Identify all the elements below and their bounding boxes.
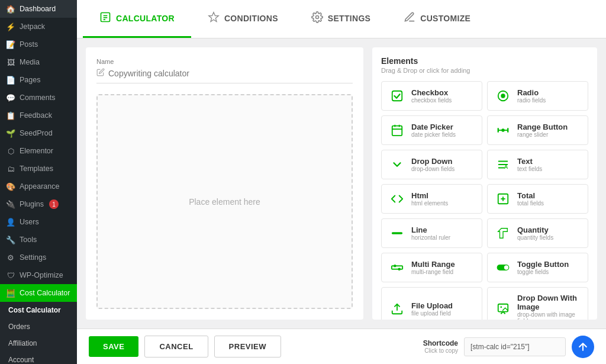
total-icon — [495, 191, 511, 207]
tab-calculator[interactable]: CALCULATOR — [83, 0, 191, 38]
elements-subtitle: Drag & Drop or click for adding — [381, 67, 588, 74]
sidebar-item-label: Pages — [20, 76, 40, 84]
dropdown-icon — [389, 156, 405, 173]
sidebar-item-label: Appearance — [20, 182, 59, 191]
account-label: Account — [8, 356, 34, 364]
element-card-multirange[interactable]: Multi Range multi-range field — [381, 253, 482, 282]
element-card-fileupload[interactable]: File Upload file upload field — [381, 287, 482, 320]
svg-text:A: A — [504, 164, 508, 170]
tab-conditions[interactable]: CONDITIONS — [191, 0, 295, 38]
tab-customize[interactable]: CUSTOMIZE — [387, 0, 487, 38]
elementor-icon: ⬡ — [6, 146, 15, 156]
svg-point-27 — [398, 268, 401, 270]
shortcode-copy-button[interactable] — [572, 336, 594, 358]
sidebar-item-label: Plugins — [20, 200, 44, 208]
element-card-line[interactable]: Line horizontal ruler — [381, 218, 482, 248]
drop-zone-text: Place element here — [189, 197, 260, 207]
customize-tab-label: CUSTOMIZE — [420, 14, 470, 23]
jetpack-icon: ⚡ — [6, 22, 15, 31]
submenu-item-cost-calculator[interactable]: Cost Calculator — [0, 302, 77, 318]
sidebar-item-posts[interactable]: 📝 Posts — [0, 36, 77, 53]
shortcode-input[interactable] — [464, 337, 566, 356]
svg-point-32 — [500, 306, 502, 308]
element-card-radio[interactable]: Radio radio fields — [487, 81, 588, 111]
sidebar-item-comments[interactable]: 💬 Comments — [0, 89, 77, 107]
element-card-range-button[interactable]: Range Button range slider — [487, 115, 588, 145]
element-card-dropdown[interactable]: Drop Down drop-down fields — [381, 150, 482, 179]
calculator-name-input[interactable] — [108, 69, 353, 78]
submenu-item-account[interactable]: Account — [0, 352, 77, 364]
sidebar-item-media[interactable]: 🖼 Media — [0, 53, 77, 71]
right-panel: Elements Drag & Drop or click for adding… — [372, 47, 597, 320]
footer-bar: SAVE CANCEL PREVIEW Shortcode Click to c… — [77, 328, 606, 364]
sidebar-item-jetpack[interactable]: ⚡ Jetpack — [0, 18, 77, 36]
sidebar-item-users[interactable]: 👤 Users — [0, 213, 77, 231]
sidebar-item-templates[interactable]: 🗂 Templates — [0, 160, 77, 178]
feedback-icon: 📋 — [6, 111, 15, 120]
sidebar-item-cost-calculator[interactable]: 🧮 Cost Calculator — [0, 284, 77, 302]
svg-point-29 — [504, 265, 508, 269]
comments-icon: 💬 — [6, 93, 15, 102]
shortcode-label: Shortcode — [423, 339, 458, 347]
pages-icon: 📄 — [6, 75, 15, 85]
tab-settings[interactable]: SETTINGS — [295, 0, 387, 38]
sidebar-item-elementor[interactable]: ⬡ Elementor — [0, 142, 77, 160]
sidebar-item-wpoptimize[interactable]: 🛡 WP-Optimize — [0, 266, 77, 284]
plugins-icon: 🔌 — [6, 199, 15, 209]
sidebar-item-label: Elementor — [20, 147, 53, 155]
sidebar-item-label: Feedback — [20, 111, 52, 120]
line-icon — [389, 225, 405, 241]
element-card-html[interactable]: Html html elements — [381, 184, 482, 214]
element-card-quantity[interactable]: Quantity quantity fields — [487, 218, 588, 248]
edit-icon — [96, 68, 105, 78]
sidebar-item-plugins[interactable]: 🔌 Plugins 1 — [0, 195, 77, 213]
sidebar-item-label: Tools — [20, 236, 37, 244]
sidebar-item-label: Comments — [20, 94, 55, 102]
sidebar-item-appearance[interactable]: 🎨 Appearance — [0, 178, 77, 195]
sidebar-item-label: SeedProd — [20, 129, 53, 137]
radio-icon — [495, 88, 511, 104]
element-card-checkbox[interactable]: Checkbox checkbox fields — [381, 81, 482, 111]
element-card-datepicker[interactable]: Date Picker date picker fields — [381, 115, 482, 145]
templates-icon: 🗂 — [6, 164, 15, 173]
sidebar-item-label: Users — [20, 218, 39, 226]
tools-icon: 🔧 — [6, 235, 15, 244]
drop-zone[interactable]: Place element here — [96, 94, 353, 309]
svg-point-26 — [394, 265, 397, 268]
sidebar-item-settings[interactable]: ⚙ Settings — [0, 249, 77, 266]
svg-point-5 — [315, 15, 318, 18]
submenu-item-orders[interactable]: Orders — [0, 318, 77, 335]
sidebar-item-label: WP-Optimize — [20, 271, 63, 279]
shortcode-section: Shortcode Click to copy — [423, 336, 594, 358]
svg-marker-4 — [209, 12, 219, 21]
element-card-text[interactable]: A Text text fields — [487, 150, 588, 179]
sidebar-item-label: Media — [20, 58, 40, 66]
range-button-icon — [495, 122, 511, 138]
seedprod-icon: 🌱 — [6, 128, 15, 138]
sidebar-item-tools[interactable]: 🔧 Tools — [0, 231, 77, 249]
sidebar-item-label: Cost Calculator — [20, 289, 70, 297]
svg-rect-6 — [392, 91, 402, 101]
preview-button[interactable]: PREVIEW — [214, 336, 281, 357]
svg-point-8 — [501, 94, 505, 98]
posts-icon: 📝 — [6, 40, 15, 49]
quantity-icon — [495, 225, 511, 241]
save-button[interactable]: SAVE — [89, 336, 138, 357]
left-panel: Name Place element here — [86, 47, 363, 320]
settings-icon: ⚙ — [6, 253, 15, 262]
cost-calculator-icon: 🧮 — [6, 288, 15, 298]
element-card-total[interactable]: Total total fields — [487, 184, 588, 214]
sidebar-item-dashboard[interactable]: 🏠 Dashboard — [0, 0, 77, 18]
element-card-dropdown-image[interactable]: Drop Down With Image drop-down with imag… — [487, 287, 588, 320]
sidebar-item-pages[interactable]: 📄 Pages — [0, 71, 77, 89]
sidebar-item-label: Templates — [20, 165, 53, 173]
element-card-toggle[interactable]: Toggle Button toggle fields — [487, 253, 588, 282]
submenu-item-affiliation[interactable]: Affiliation — [0, 335, 77, 352]
dashboard-icon: 🏠 — [6, 4, 15, 14]
cancel-button[interactable]: CANCEL — [144, 336, 208, 357]
media-icon: 🖼 — [6, 57, 15, 67]
shortcode-sublabel: Click to copy — [423, 347, 458, 354]
sidebar-item-feedback[interactable]: 📋 Feedback — [0, 107, 77, 124]
elements-grid: Checkbox checkbox fields Radio radio fie… — [381, 81, 588, 320]
sidebar-item-seedprod[interactable]: 🌱 SeedProd — [0, 124, 77, 142]
